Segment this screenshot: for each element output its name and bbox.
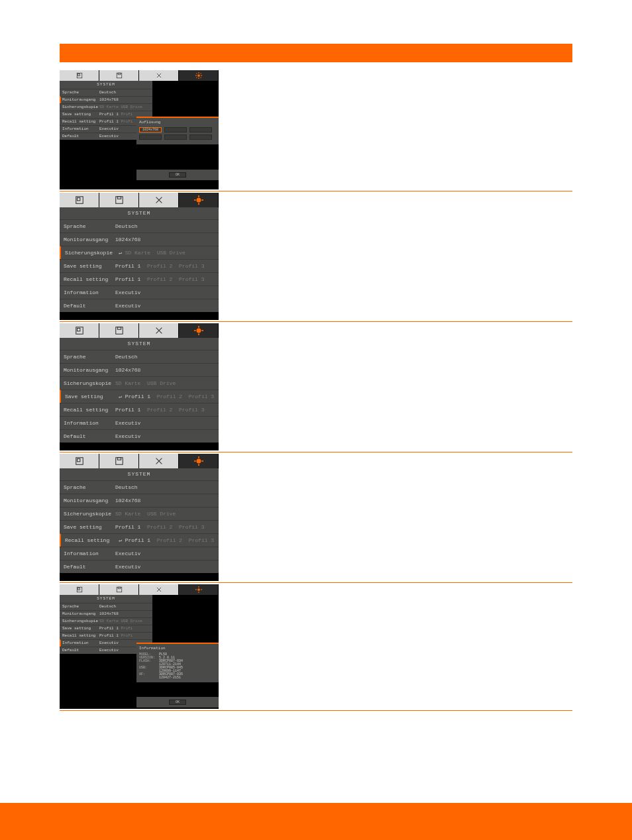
- row-info[interactable]: InformationExecutiv: [60, 416, 219, 429]
- doc-row-1: SYSTEM SpracheDeutsch Monitorausgang1024…: [60, 69, 572, 191]
- tab-bar: [60, 70, 219, 81]
- row-default[interactable]: DefaultExecutiv: [60, 429, 219, 443]
- svg-rect-10: [200, 73, 201, 74]
- row-monitor[interactable]: Monitorausgang1024x768: [60, 494, 219, 507]
- svg-rect-46: [198, 592, 199, 593]
- screenshot-2: SYSTEM SpracheDeutsch Monitorausgang1024…: [60, 193, 219, 320]
- svg-point-17: [196, 198, 201, 203]
- row-recall[interactable]: Recall setting↵ Profil 1 Profil 2 Profil…: [60, 533, 219, 547]
- tab-system[interactable]: [179, 70, 219, 81]
- row-save[interactable]: Save settingProfil 1 Profil 2 Profil 3: [60, 520, 219, 533]
- svg-rect-41: [78, 588, 79, 590]
- tab-save[interactable]: [99, 193, 139, 207]
- tab-save[interactable]: [99, 454, 139, 468]
- row-sicher[interactable]: Sicherungskopie↵ SD Karte USB Drive: [60, 246, 219, 259]
- tab-bar: [60, 454, 219, 468]
- tab-system[interactable]: [179, 454, 219, 468]
- svg-rect-19: [198, 203, 199, 205]
- svg-rect-25: [117, 327, 121, 330]
- tab-frame[interactable]: [60, 70, 99, 81]
- row-sicher[interactable]: SicherungskopieSD Karte USB Drive: [60, 617, 152, 625]
- row-info[interactable]: InformationExecutiv: [60, 547, 219, 560]
- svg-point-4: [197, 74, 200, 77]
- svg-rect-2: [117, 73, 122, 78]
- pane-title: SYSTEM: [60, 468, 219, 480]
- tab-system[interactable]: [179, 323, 219, 338]
- row-recall[interactable]: Recall settingProfil 1 Profil 2 Profil 3: [60, 272, 219, 286]
- row-sprache[interactable]: SpracheDeutsch: [60, 603, 152, 610]
- info-table: MODEL:PL50 VERSION:5.2.0.11 FLASH:3DRCP0…: [139, 653, 216, 680]
- popup-ok[interactable]: OK: [169, 172, 186, 178]
- svg-rect-28: [198, 333, 199, 335]
- doc-row-5: SYSTEM SpracheDeutsch Monitorausgang1024…: [60, 583, 572, 711]
- res-opt-2[interactable]: [189, 127, 212, 132]
- row-recall[interactable]: Recall settingProfil 1 Profi: [60, 632, 152, 639]
- doc-row-2: SYSTEM SpracheDeutsch Monitorausgang1024…: [60, 191, 572, 322]
- row-sicher[interactable]: SicherungskopieSD Karte USB Drive: [60, 507, 219, 520]
- row-save[interactable]: Save settingProfil 1 Profil 2 Profil 3: [60, 259, 219, 272]
- res-opt-1[interactable]: [164, 127, 187, 132]
- row-default[interactable]: DefaultExecutiv: [60, 560, 219, 573]
- row-save[interactable]: Save setting↵ Profil 1 Profil 2 Profil 3: [60, 390, 219, 403]
- tab-tools[interactable]: [139, 584, 179, 595]
- row-monitor[interactable]: Monitorausgang1024x768: [60, 610, 152, 617]
- row-sprache[interactable]: SpracheDeutsch: [60, 89, 152, 96]
- tab-system[interactable]: [179, 584, 219, 595]
- svg-rect-30: [201, 330, 203, 331]
- svg-rect-20: [194, 199, 196, 201]
- screenshot-5: SYSTEM SpracheDeutsch Monitorausgang1024…: [60, 584, 219, 709]
- res-opt-0[interactable]: 1024x768: [139, 127, 162, 132]
- tab-tools[interactable]: [139, 454, 179, 468]
- tab-save[interactable]: [99, 584, 139, 595]
- popup-ok[interactable]: OK: [169, 700, 186, 705]
- tab-frame[interactable]: [60, 454, 99, 468]
- popup-title: Information: [139, 647, 216, 651]
- res-opt-5[interactable]: [189, 134, 212, 140]
- screenshot-1: SYSTEM SpracheDeutsch Monitorausgang1024…: [60, 70, 219, 189]
- res-opt-4[interactable]: [164, 134, 187, 140]
- row-recall[interactable]: Recall settingProfil 1 Profil 2 Profil 3: [60, 403, 219, 416]
- svg-rect-16: [117, 197, 121, 199]
- pane-title: SYSTEM: [60, 81, 152, 89]
- pane-title: SYSTEM: [60, 338, 219, 350]
- svg-rect-47: [195, 589, 197, 590]
- doc-row-3: SYSTEM SpracheDeutsch Monitorausgang1024…: [60, 322, 572, 452]
- row-sicher[interactable]: SicherungskopieSD Karte USB Drive: [60, 103, 152, 111]
- svg-rect-1: [78, 74, 79, 76]
- tab-tools[interactable]: [139, 323, 179, 338]
- row-info[interactable]: InformationExecutiv: [60, 286, 219, 299]
- tab-frame[interactable]: [60, 323, 99, 338]
- svg-rect-32: [77, 459, 79, 462]
- row-default[interactable]: DefaultExecutiv: [60, 299, 219, 312]
- svg-rect-43: [118, 587, 121, 589]
- pane-title: SYSTEM: [60, 207, 219, 219]
- svg-rect-48: [201, 589, 202, 590]
- tab-save[interactable]: [99, 70, 139, 81]
- screenshot-3: SYSTEM SpracheDeutsch Monitorausgang1024…: [60, 323, 219, 450]
- tab-tools[interactable]: [139, 193, 179, 207]
- svg-rect-7: [195, 75, 197, 76]
- resolution-popup: Auflösung 1024x768: [136, 117, 219, 144]
- row-sicher[interactable]: SicherungskopieSD Karte USB Drive: [60, 376, 219, 390]
- row-sprache[interactable]: SpracheDeutsch: [60, 480, 219, 494]
- row-monitor[interactable]: Monitorausgang1024x768: [60, 233, 219, 246]
- pane-title: SYSTEM: [60, 595, 152, 603]
- row-monitor[interactable]: Monitorausgang1024x768: [60, 96, 152, 103]
- row-sprache[interactable]: SpracheDeutsch: [60, 350, 219, 363]
- res-opt-3[interactable]: [139, 134, 162, 140]
- svg-rect-18: [198, 195, 199, 197]
- svg-rect-29: [194, 330, 196, 331]
- row-sprache[interactable]: SpracheDeutsch: [60, 219, 219, 233]
- tab-frame[interactable]: [60, 584, 99, 595]
- section-header-bar: [60, 44, 572, 62]
- tab-bar: [60, 584, 219, 595]
- tab-frame[interactable]: [60, 193, 99, 207]
- row-save[interactable]: Save settingProfil 1 Profi: [60, 625, 152, 632]
- tab-save[interactable]: [99, 323, 139, 338]
- row-monitor[interactable]: Monitorausgang1024x768: [60, 363, 219, 376]
- tab-system[interactable]: [179, 193, 219, 207]
- doc-row-4: SYSTEM SpracheDeutsch Monitorausgang1024…: [60, 452, 572, 583]
- tab-tools[interactable]: [139, 70, 179, 81]
- svg-rect-39: [201, 460, 203, 462]
- svg-rect-3: [118, 73, 121, 75]
